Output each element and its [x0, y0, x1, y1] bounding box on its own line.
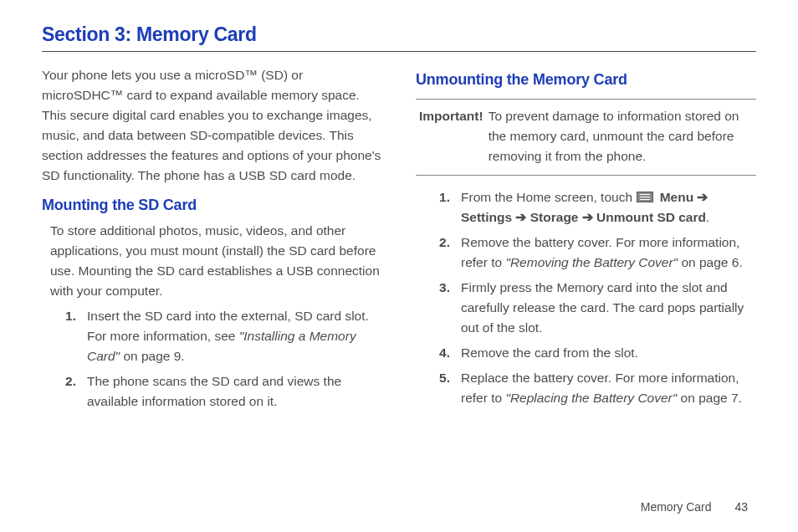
menu-icon: [637, 192, 653, 202]
mounting-step-1: Insert the SD card into the external, SD…: [65, 306, 382, 366]
right-column: Unmounting the Memory Card Important! To…: [416, 65, 756, 417]
step-text: .: [706, 210, 709, 224]
intro-paragraph: Your phone lets you use a microSD™ (SD) …: [42, 65, 382, 186]
footer-section-label: Memory Card: [641, 500, 712, 514]
unmounting-step-3: Firmly press the Memory card into the sl…: [439, 278, 756, 338]
cross-reference: "Replacing the Battery Cover": [505, 391, 677, 405]
step-text: on page 9.: [120, 349, 185, 363]
unmounting-steps: From the Home screen, touch Menu ➔ Setti…: [439, 187, 756, 408]
step-text: From the Home screen, touch: [461, 190, 636, 204]
step-text: on page 7.: [677, 391, 742, 405]
mounting-step-2: The phone scans the SD card and views th…: [65, 371, 382, 412]
important-callout: Important! To prevent damage to informat…: [416, 99, 756, 176]
mounting-steps: Insert the SD card into the external, SD…: [65, 306, 382, 412]
mounting-intro: To store additional photos, music, video…: [50, 221, 382, 301]
page-footer: Memory Card 43: [641, 500, 748, 514]
section-title: Section 3: Memory Card: [42, 23, 756, 52]
menu-label: Menu: [656, 190, 697, 204]
arrow-icon: ➔: [582, 210, 593, 224]
nav-storage: Storage: [526, 210, 581, 224]
page-number: 43: [734, 500, 748, 514]
important-text: To prevent damage to information stored …: [489, 106, 753, 166]
arrow-icon: ➔: [697, 190, 708, 204]
unmounting-step-4: Remove the card from the slot.: [439, 343, 756, 363]
unmounting-step-5: Replace the battery cover. For more info…: [439, 368, 756, 408]
unmounting-step-1: From the Home screen, touch Menu ➔ Setti…: [439, 187, 756, 228]
subheading-unmounting: Unmounting the Memory Card: [416, 69, 756, 92]
cross-reference: "Removing the Battery Cover": [505, 255, 678, 269]
left-column: Your phone lets you use a microSD™ (SD) …: [42, 65, 382, 417]
step-text: on page 6.: [678, 255, 743, 269]
nav-settings: Settings: [461, 210, 515, 224]
important-label: Important!: [419, 106, 483, 166]
two-column-layout: Your phone lets you use a microSD™ (SD) …: [42, 65, 756, 417]
unmounting-step-2: Remove the battery cover. For more infor…: [439, 233, 756, 273]
subheading-mounting: Mounting the SD Card: [42, 194, 382, 217]
arrow-icon: ➔: [515, 210, 526, 224]
nav-unmount: Unmount SD card: [593, 210, 706, 224]
